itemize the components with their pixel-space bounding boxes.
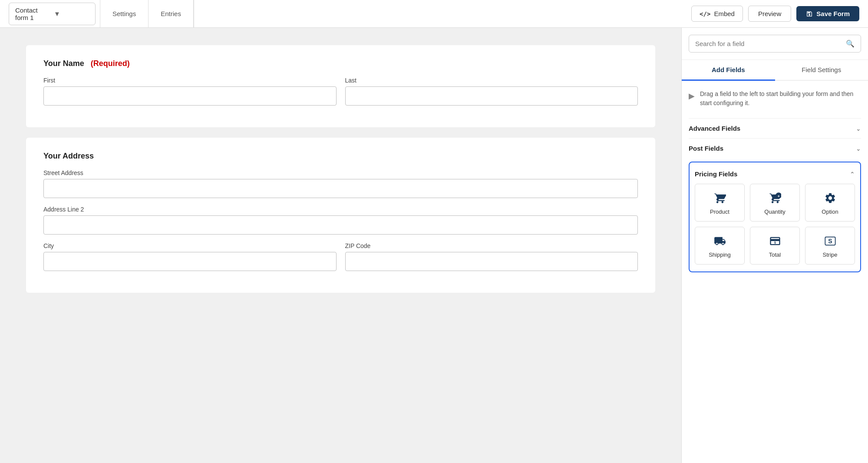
- field-card-product[interactable]: Product: [695, 184, 745, 222]
- address2-input[interactable]: [43, 215, 638, 235]
- last-name-label: Last: [345, 77, 638, 84]
- quantity-label: Quantity: [764, 208, 785, 215]
- save-form-button[interactable]: Save Form: [796, 6, 859, 21]
- field-card-quantity[interactable]: + Quantity: [750, 184, 800, 222]
- preview-button[interactable]: Preview: [748, 6, 791, 22]
- search-icon: 🔍: [846, 40, 855, 48]
- address2-group: Address Line 2: [43, 206, 638, 235]
- post-fields-title: Post Fields: [689, 145, 723, 152]
- option-icon: [824, 192, 836, 204]
- option-label: Option: [822, 208, 838, 215]
- pricing-fields-header[interactable]: Pricing Fields ⌃: [695, 167, 855, 184]
- tab-add-fields[interactable]: Add Fields: [682, 60, 775, 81]
- total-icon: $: [769, 235, 781, 247]
- search-box: 🔍: [689, 35, 861, 53]
- save-icon: [806, 10, 813, 17]
- search-input[interactable]: [695, 40, 842, 47]
- total-label: Total: [769, 251, 781, 258]
- street-input[interactable]: [43, 179, 638, 198]
- last-name-input[interactable]: [345, 86, 638, 106]
- form-area: Your Name (Required) First Last Your Add…: [0, 28, 681, 463]
- first-name-col: First: [43, 77, 337, 106]
- address2-label: Address Line 2: [43, 206, 638, 213]
- stripe-icon: S: [824, 235, 836, 247]
- pricing-fields-section: Pricing Fields ⌃ Product: [689, 162, 861, 272]
- pricing-fields-title: Pricing Fields: [695, 170, 737, 178]
- chevron-down-icon: ⌄: [856, 125, 861, 132]
- zip-label: ZIP Code: [345, 242, 638, 249]
- name-section: Your Name (Required) First Last: [26, 45, 655, 127]
- main-layout: Your Name (Required) First Last Your Add…: [0, 28, 868, 463]
- header-actions: </> Embed Preview Save Form: [691, 6, 859, 22]
- city-col: City: [43, 242, 337, 271]
- chevron-up-icon: ⌃: [850, 171, 855, 178]
- stripe-label: Stripe: [823, 251, 838, 258]
- save-form-label: Save Form: [816, 10, 850, 17]
- first-name-input[interactable]: [43, 86, 337, 106]
- shipping-label: Shipping: [709, 251, 731, 258]
- svg-text:$: $: [774, 241, 776, 245]
- svg-text:+: +: [777, 194, 780, 198]
- svg-text:S: S: [828, 238, 832, 245]
- post-fields-header[interactable]: Post Fields ⌄: [689, 138, 861, 158]
- panel-tabs: Add Fields Field Settings: [682, 60, 868, 81]
- street-label: Street Address: [43, 169, 638, 176]
- zip-col: ZIP Code: [345, 242, 638, 271]
- zip-input[interactable]: [345, 252, 638, 271]
- shipping-icon: [714, 235, 726, 247]
- right-panel: 🔍 Add Fields Field Settings ▶ Drag a fie…: [681, 28, 868, 463]
- cursor-icon: ▶: [689, 90, 695, 102]
- advanced-fields-title: Advanced Fields: [689, 125, 740, 132]
- embed-button[interactable]: </> Embed: [691, 6, 743, 22]
- first-name-label: First: [43, 77, 337, 84]
- tab-field-settings[interactable]: Field Settings: [775, 60, 868, 81]
- form-selector[interactable]: Contact form 1 ▼: [9, 3, 96, 25]
- name-title: Your Name (Required): [43, 59, 638, 68]
- embed-label: Embed: [714, 10, 735, 17]
- header-nav: Settings Entries: [100, 0, 194, 27]
- field-card-stripe[interactable]: S Stripe: [805, 227, 855, 265]
- address-section: Your Address Street Address Address Line…: [26, 138, 655, 293]
- nav-entries[interactable]: Entries: [149, 0, 194, 27]
- city-label: City: [43, 242, 337, 249]
- chevron-down-icon: ⌄: [856, 145, 861, 152]
- city-input[interactable]: [43, 252, 337, 271]
- drag-hint: ▶ Drag a field to the left to start buil…: [689, 89, 861, 108]
- address-title: Your Address: [43, 152, 638, 161]
- street-address-group: Street Address: [43, 169, 638, 198]
- field-card-shipping[interactable]: Shipping: [695, 227, 745, 265]
- city-zip-row: City ZIP Code: [43, 242, 638, 271]
- field-card-option[interactable]: Option: [805, 184, 855, 222]
- field-card-total[interactable]: $ Total: [750, 227, 800, 265]
- chevron-down-icon: ▼: [54, 10, 89, 17]
- product-label: Product: [710, 208, 729, 215]
- panel-content: ▶ Drag a field to the left to start buil…: [682, 81, 868, 463]
- nav-settings[interactable]: Settings: [100, 0, 149, 27]
- last-name-col: Last: [345, 77, 638, 106]
- product-icon: [714, 192, 726, 204]
- search-wrap: 🔍: [682, 28, 868, 60]
- quantity-icon: +: [769, 192, 781, 204]
- name-field-row: First Last: [43, 77, 638, 106]
- form-selector-label: Contact form 1: [15, 7, 50, 21]
- required-label: (Required): [91, 59, 130, 68]
- advanced-fields-header[interactable]: Advanced Fields ⌄: [689, 118, 861, 138]
- pricing-fields-grid: Product + Quantity: [695, 184, 855, 265]
- embed-code-icon: </>: [700, 10, 710, 17]
- header: Contact form 1 ▼ Settings Entries </> Em…: [0, 0, 868, 28]
